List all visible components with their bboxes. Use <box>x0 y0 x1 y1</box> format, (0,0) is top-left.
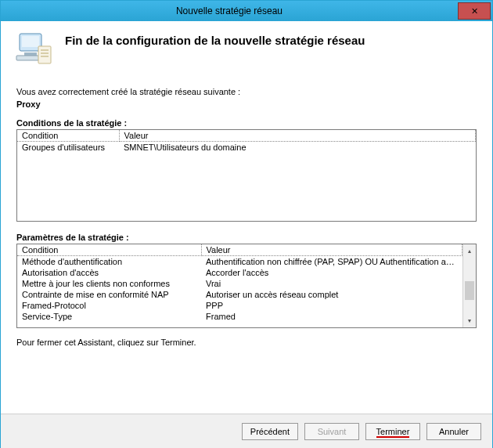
scrollbar-vertical[interactable]: ▴ ▾ <box>462 244 476 327</box>
policy-name: Proxy <box>16 99 477 109</box>
wizard-body: Vous avez correctement créé la stratégie… <box>1 74 492 391</box>
params-table: Condition Valeur Méthode d'authentificat… <box>17 244 462 322</box>
svg-rect-4 <box>38 46 51 63</box>
cell-value: SMNET\Utilisateurs du domaine <box>119 142 476 154</box>
close-icon: ✕ <box>471 6 478 16</box>
scroll-down-button[interactable]: ▾ <box>463 314 476 327</box>
conditions-header-condition[interactable]: Condition <box>17 130 119 142</box>
finish-button-label: Terminer <box>376 427 410 438</box>
table-row[interactable]: Framed-ProtocolPPP <box>17 300 462 311</box>
table-row[interactable]: Contrainte de mise en conformité NAPAuto… <box>17 289 462 300</box>
chevron-down-icon: ▾ <box>468 317 471 324</box>
params-label: Paramètres de la stratégie : <box>16 233 477 242</box>
window-title: Nouvelle stratégie réseau <box>1 5 458 16</box>
conditions-table-wrap: Condition Valeur Groupes d'utilisateurs … <box>16 129 477 222</box>
table-row[interactable]: Groupes d'utilisateurs SMNET\Utilisateur… <box>17 142 476 154</box>
table-row[interactable]: Autorisation d'accèsAccorder l'accès <box>17 267 462 278</box>
next-button: Suivant <box>304 423 359 440</box>
titlebar: Nouvelle stratégie réseau ✕ <box>1 1 492 21</box>
previous-button[interactable]: Précédent <box>242 423 298 440</box>
wizard-content: Fin de la configuration de la nouvelle s… <box>1 21 492 391</box>
scroll-up-button[interactable]: ▴ <box>463 244 476 258</box>
cancel-button[interactable]: Annuler <box>426 423 481 440</box>
chevron-up-icon: ▴ <box>468 247 471 255</box>
svg-rect-1 <box>22 36 39 47</box>
finish-button[interactable]: Terminer <box>365 423 420 440</box>
params-header-condition[interactable]: Condition <box>17 244 201 256</box>
svg-rect-2 <box>24 52 37 56</box>
cell-condition: Groupes d'utilisateurs <box>17 142 119 154</box>
conditions-table: Condition Valeur Groupes d'utilisateurs … <box>17 130 476 153</box>
params-header-value[interactable]: Valeur <box>201 244 462 256</box>
scroll-track[interactable] <box>463 258 476 314</box>
wizard-footer: Précédent Suivant Terminer Annuler <box>1 414 492 448</box>
intro-text: Vous avez correctement créé la stratégie… <box>16 87 477 96</box>
table-row[interactable]: Mettre à jour les clients non conformesV… <box>17 278 462 289</box>
scroll-thumb[interactable] <box>465 281 474 300</box>
table-row[interactable]: Service-TypeFramed <box>17 311 462 322</box>
conditions-label: Conditions de la stratégie : <box>16 118 477 128</box>
wizard-header: Fin de la configuration de la nouvelle s… <box>1 21 492 74</box>
table-row[interactable]: Méthode d'authentificationAuthentificati… <box>17 256 462 268</box>
page-title: Fin de la configuration de la nouvelle s… <box>65 34 365 47</box>
policy-icon <box>15 31 52 68</box>
close-button[interactable]: ✕ <box>458 2 491 20</box>
closing-text: Pour fermer cet Assistant, cliquez sur T… <box>16 338 477 347</box>
params-table-wrap: Condition Valeur Méthode d'authentificat… <box>16 244 477 328</box>
conditions-header-value[interactable]: Valeur <box>119 130 476 142</box>
